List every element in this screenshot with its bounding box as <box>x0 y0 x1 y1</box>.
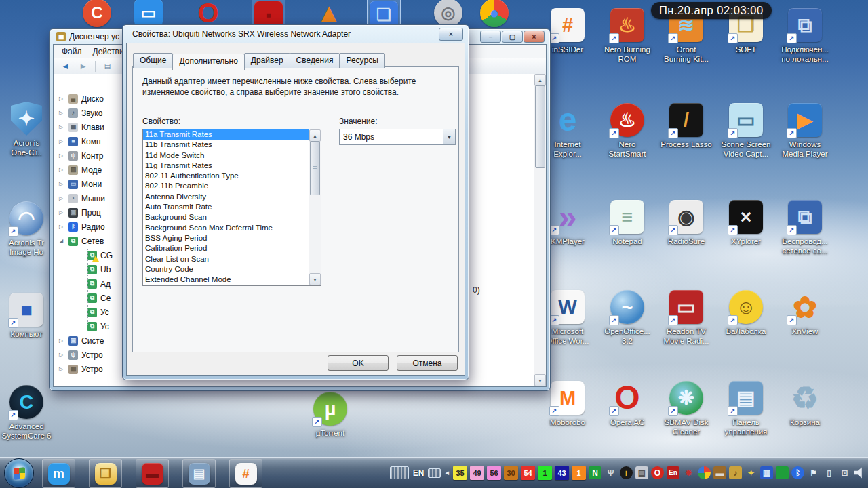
desktop-icon-balabolka[interactable]: ☺↗БаЛаболка <box>717 290 775 336</box>
tab-Ресурсы[interactable]: Ресурсы <box>339 53 384 68</box>
darts-icon[interactable]: ✸ <box>682 466 695 479</box>
tray-badge-56[interactable]: 56 <box>487 466 501 480</box>
opera-swirl-icon[interactable]: O <box>651 466 664 479</box>
desktop-icon-sbmav-disk-cleaner[interactable]: ❋↗SBMAV DiskCleaner <box>657 381 715 436</box>
desktop-icon-process-lasso[interactable]: /↗Process Lasso <box>657 103 715 149</box>
taskbar-file-manager-button[interactable]: ❒ <box>89 459 122 488</box>
desktop-icon-nero-startsmart[interactable]: ♨↗NeroStartSmart <box>598 103 656 159</box>
property-item[interactable]: 11g Transmit Rates <box>143 161 309 171</box>
desktop-icon-windows-media-player[interactable]: ▶↗WindowsMedia Player <box>776 103 834 159</box>
tree-collapsed-icon[interactable]: ▷ <box>59 366 67 372</box>
desktop-icon-acronis-true-image[interactable]: ◠↗Acronis TrImage Ho <box>0 201 56 257</box>
desktop-icon-sonne-screen-video[interactable]: ▭↗Sonne ScreenVideo Capt... <box>717 103 775 159</box>
desktop-icon-wireless-network[interactable]: ⧉↗Беспровод...сетевое со... <box>776 200 834 256</box>
back-button[interactable]: ◀ <box>58 59 73 73</box>
scroll-up-icon[interactable]: ▲ <box>534 74 546 86</box>
menu-item-0[interactable]: Файл <box>56 46 87 57</box>
maximize-button[interactable]: ▢ <box>502 30 523 43</box>
color-wheel-icon[interactable] <box>698 466 711 479</box>
forward-button[interactable]: ▶ <box>75 59 91 73</box>
desktop-icon-recycle-bin[interactable]: ♻Корзина <box>776 381 834 427</box>
tray-badge-49[interactable]: 49 <box>470 466 484 480</box>
desktop-icon-openoffice[interactable]: ~↗OpenOffice...3.2 <box>598 290 656 346</box>
property-item[interactable]: 802.11 Authentication Type <box>143 171 309 181</box>
property-item[interactable]: Clear List on Scan <box>143 254 309 264</box>
scroll-down-icon[interactable]: ▼ <box>309 273 321 285</box>
tab-Драйвер[interactable]: Драйвер <box>244 53 290 68</box>
tray-badge-43[interactable]: 43 <box>555 466 569 480</box>
property-item[interactable]: 11d Mode Switch <box>143 150 309 161</box>
desktop-icon-chrome[interactable]: ● <box>480 0 509 27</box>
desktop-icon-xyplorer[interactable]: ×↗XYplorer <box>717 200 775 246</box>
tray-expand-icon[interactable]: ◂ <box>443 468 450 477</box>
ok-button[interactable]: OK <box>328 355 389 371</box>
bluetooth-icon[interactable]: ᛒ <box>791 466 804 479</box>
property-item[interactable]: Antenna Diversity <box>143 192 309 202</box>
printer-sync-icon[interactable]: ▤ <box>635 466 648 479</box>
tree-collapsed-icon[interactable]: ▷ <box>59 195 67 201</box>
tab-Сведения[interactable]: Сведения <box>290 53 340 68</box>
device-tree-scrollbar[interactable]: ▲ ▼ <box>534 74 546 386</box>
tray-badge-1[interactable]: 1 <box>572 466 586 480</box>
tree-collapsed-icon[interactable]: ▷ <box>59 338 67 344</box>
desktop-icon-lan-connection[interactable]: ⧉↗Подключен...по локальн... <box>776 8 834 64</box>
tree-collapsed-icon[interactable]: ▷ <box>59 110 67 116</box>
scrollbar-thumb[interactable] <box>310 141 320 195</box>
tray-badge-54[interactable]: 54 <box>521 466 535 480</box>
desktop-icon-acronis-one-click[interactable]: ✦↗AcronisOne-Cli.. <box>0 102 56 157</box>
property-item[interactable]: Background Scan Max Deferral Time <box>143 223 309 233</box>
taskbar-toolbox-button[interactable]: ▬ <box>136 459 169 488</box>
desktop-icon-ccleaner[interactable]: C <box>83 0 111 27</box>
magic-wand-icon[interactable]: ✦ <box>745 466 757 479</box>
desktop-icon-blue-app[interactable]: ▭ <box>134 0 163 27</box>
tab-Общие[interactable]: Общие <box>133 53 173 68</box>
punto-switcher-en-icon[interactable]: En <box>667 466 679 479</box>
briefcase-icon[interactable]: ▬ <box>713 466 726 479</box>
property-item[interactable]: 11b Transmit Rates <box>143 140 309 150</box>
tree-collapsed-icon[interactable]: ▷ <box>59 181 67 187</box>
property-item[interactable]: BSS Aging Period <box>143 233 309 243</box>
property-item[interactable]: Auto Transmit Rate <box>143 202 309 212</box>
antenna-icon[interactable]: Ψ <box>604 466 617 479</box>
network-traffic-icon[interactable]: N <box>589 466 601 479</box>
property-list-scrollbar[interactable]: ▲ ▼ <box>309 129 321 285</box>
tray-badge-35[interactable]: 35 <box>453 466 467 480</box>
desktop-icon-my-computer[interactable]: ■↗Компьют <box>0 293 56 339</box>
property-item[interactable]: Extended Channel Mode <box>143 274 309 285</box>
scroll-up-icon[interactable]: ▲ <box>309 129 321 142</box>
remote-keyboard-icon[interactable]: ▦ <box>760 466 773 479</box>
taskbar-admin-console-button[interactable]: ▤ <box>182 459 216 488</box>
tree-collapsed-icon[interactable]: ▷ <box>59 209 67 216</box>
tree-collapsed-icon[interactable]: ▷ <box>59 152 67 159</box>
start-button[interactable] <box>4 458 34 488</box>
tray-badge-30[interactable]: 30 <box>504 466 518 480</box>
property-item[interactable]: Background Scan <box>143 212 309 222</box>
dialog-titlebar[interactable]: Свойства: Ubiquiti Networks SRX Wireless… <box>123 25 469 43</box>
desktop-icon-advanced-systemcare[interactable]: C↗AdvancedSystemCare 6 <box>0 385 56 441</box>
desktop-icon-opera-top[interactable]: O <box>194 0 222 27</box>
tray-badge-1[interactable]: 1 <box>538 466 552 480</box>
tree-collapsed-icon[interactable]: ▷ <box>59 138 67 144</box>
battery-icon[interactable]: ▯ <box>823 466 835 479</box>
tree-collapsed-icon[interactable]: ▷ <box>59 167 67 173</box>
property-item[interactable]: 11a Transmit Rates <box>143 129 309 140</box>
dropdown-arrow-icon[interactable]: ▼ <box>443 129 455 144</box>
desktop-icon-nero-burning-rom[interactable]: ♨↗Nero BurningROM <box>598 8 656 64</box>
green-square-icon[interactable] <box>776 466 789 479</box>
taskbar-inssider-pinned-button[interactable]: # <box>229 459 262 488</box>
touch-keyboard-icon[interactable] <box>390 466 409 479</box>
tree-expanded-icon[interactable]: ◢ <box>59 238 67 244</box>
desktop-icon-radiosure[interactable]: ◉↗RadioSure <box>657 200 715 246</box>
property-item[interactable]: Country Code <box>143 264 309 274</box>
volume-icon[interactable] <box>854 466 867 479</box>
scrollbar-thumb[interactable] <box>535 85 545 168</box>
desktop-icon-xnview[interactable]: ✿↗XnView <box>776 290 834 336</box>
minimize-button[interactable]: – <box>480 30 501 43</box>
desktop-icon-dvd-disc[interactable]: ◎ <box>434 0 462 27</box>
tree-collapsed-icon[interactable]: ▷ <box>59 124 67 130</box>
tab-Дополнительно[interactable]: Дополнительно <box>172 54 244 70</box>
show-window-list-button[interactable]: ▤ <box>100 59 115 73</box>
desktop-icon-opera-ac[interactable]: O↗Opera AC <box>598 381 656 427</box>
dialog-close-button[interactable]: × <box>439 28 463 41</box>
clock-gadget[interactable]: Пн.20.апр 02:03:00 <box>651 2 772 19</box>
